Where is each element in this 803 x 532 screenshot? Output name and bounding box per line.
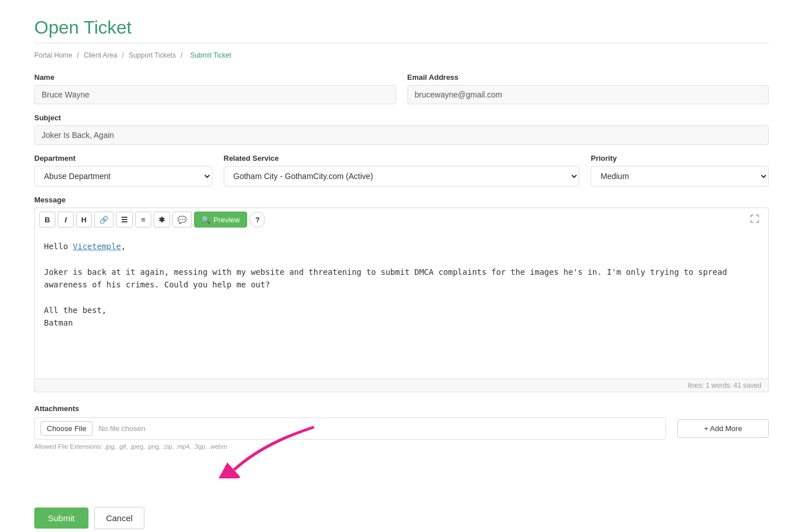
add-more-button[interactable]: + Add More [677,419,769,438]
related-service-select[interactable]: Gotham City - GothamCity.com (Active) No… [224,166,580,186]
editor-stats: lines: 1 words: 41 saved [34,379,769,392]
subject-input[interactable] [34,125,769,145]
department-select[interactable]: Abuse Department General Technical Suppo… [34,166,212,186]
related-service-label: Related Service [224,154,580,163]
email-label: Email Address [407,73,769,82]
email-input[interactable] [407,85,769,104]
breadcrumb-support-tickets[interactable]: Support Tickets [128,51,176,59]
asterisk-button[interactable]: ✱ [154,212,170,228]
attachments-label: Attachments [34,404,79,413]
cancel-button[interactable]: Cancel [94,507,145,529]
breadcrumb-submit-ticket: Submit Ticket [190,51,231,59]
priority-label: Priority [591,154,769,163]
bold-button[interactable]: B [39,212,55,228]
name-label: Name [34,73,396,82]
breadcrumb: Portal Home / Client Area / Support Tick… [34,51,769,59]
link-button[interactable]: 🔗 [94,212,114,228]
allowed-extensions-text: Allowed File Extensions: .jpg, .gif, .jp… [34,443,769,450]
quote-button[interactable]: 💬 [172,212,192,228]
preview-label: Preview [213,216,240,224]
message-toolbar: B I H 🔗 ☰ ≡ ✱ 💬 🔍 Preview ? ⛶ [34,208,769,231]
preview-button[interactable]: 🔍 Preview [194,212,247,228]
choose-file-button[interactable]: Choose File [41,421,92,436]
message-label: Message [34,196,769,204]
file-input-wrapper: Choose File No file chosen [34,417,666,440]
heading-button[interactable]: H [76,212,92,228]
breadcrumb-portal-home[interactable]: Portal Home [34,51,72,59]
unordered-list-button[interactable]: ☰ [116,212,133,228]
priority-select[interactable]: Low Medium High [591,166,769,186]
italic-button[interactable]: I [58,212,74,228]
help-button[interactable]: ? [249,212,265,228]
message-editor[interactable]: Hello Vicetemple, Joker is back at it ag… [34,231,769,379]
submit-button[interactable]: Submit [34,507,88,529]
subject-label: Subject [34,113,769,122]
page-title: Open Ticket [34,17,769,38]
expand-button[interactable]: ⛶ [745,212,764,228]
name-input[interactable] [34,85,396,104]
ordered-list-button[interactable]: ≡ [135,212,151,228]
breadcrumb-client-area[interactable]: Client Area [84,51,118,59]
department-label: Department [34,154,212,163]
file-name-text: No file chosen [98,424,145,433]
preview-search-icon: 🔍 [201,216,211,224]
